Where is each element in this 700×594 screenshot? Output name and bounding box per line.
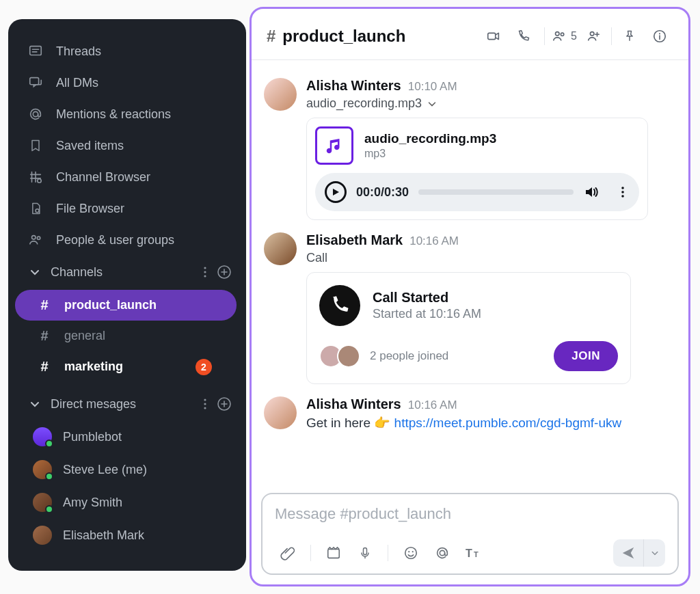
svg-point-17 — [561, 33, 563, 36]
music-file-icon — [315, 126, 353, 165]
dm-icon — [27, 75, 44, 91]
avatar — [337, 345, 360, 368]
chevron-down-icon — [27, 396, 42, 411]
nav-mentions[interactable]: Mentions & reactions — [15, 98, 246, 130]
send-button-group — [613, 539, 665, 567]
pin-button[interactable] — [616, 24, 643, 49]
svg-point-23 — [621, 195, 624, 198]
channel-name: general — [64, 329, 105, 343]
channels-header-label: Channels — [51, 265, 103, 280]
svg-point-3 — [38, 179, 42, 183]
threads-icon — [27, 43, 44, 59]
attach-button[interactable] — [275, 541, 301, 565]
emoji-button[interactable] — [398, 541, 424, 565]
nav-threads[interactable]: Threads — [15, 36, 246, 67]
nav-bookmark[interactable]: Saved items — [15, 130, 246, 161]
attachment-caption[interactable]: audio_recording.mp3 — [306, 96, 676, 111]
svg-point-20 — [659, 33, 660, 34]
avatar — [33, 460, 52, 479]
audio-attachment: audio_recording.mp3 mp3 00:0/0:30 — [306, 118, 648, 220]
svg-text:T: T — [474, 550, 479, 558]
svg-point-29 — [440, 550, 444, 555]
add-dm-button[interactable] — [215, 394, 234, 414]
nav-label: Threads — [56, 44, 101, 59]
channel-marketing[interactable]: #marketing2 — [15, 351, 237, 382]
message-input[interactable] — [275, 505, 665, 523]
channels-more-button[interactable] — [196, 262, 215, 282]
play-button[interactable] — [325, 181, 347, 203]
file-name: audio_recording.mp3 — [364, 131, 496, 146]
channel-product_launch[interactable]: #product_launch — [15, 290, 237, 321]
dm-name: Pumblebot — [63, 430, 122, 444]
channel-general[interactable]: #general — [15, 321, 237, 351]
svg-rect-1 — [30, 78, 39, 85]
dm-item[interactable]: Elisabeth Mark — [15, 519, 246, 552]
svg-point-27 — [408, 551, 409, 552]
nav-label: All DMs — [56, 76, 98, 90]
nav-file-browser[interactable]: File Browser — [15, 193, 246, 224]
dm-item[interactable]: Pumblebot — [15, 420, 246, 453]
avatar[interactable] — [264, 78, 297, 111]
author-name[interactable]: Alisha Winters — [306, 78, 401, 94]
message-list: Alisha Winters 10:10 AM audio_recording.… — [252, 60, 688, 487]
avatar — [33, 526, 52, 545]
svg-point-4 — [36, 209, 39, 213]
join-button[interactable]: JOIN — [554, 341, 618, 371]
nav-label: Channel Browser — [56, 170, 150, 185]
nav-label: File Browser — [56, 202, 124, 216]
author-name[interactable]: Elisabeth Mark — [306, 232, 403, 248]
call-title: Call Started — [373, 290, 481, 306]
svg-point-22 — [621, 191, 624, 193]
svg-point-13 — [204, 407, 206, 409]
svg-point-9 — [204, 275, 206, 277]
player-time: 00:0/0:30 — [356, 185, 409, 200]
dm-name: Amy Smith — [63, 496, 122, 510]
chevron-down-icon — [27, 265, 42, 280]
call-subtitle: Started at 10:16 AM — [373, 307, 481, 321]
avatar[interactable] — [264, 232, 297, 265]
dm-item[interactable]: Amy Smith — [15, 486, 246, 519]
sidebar: ThreadsAll DMsMentions & reactionsSaved … — [8, 19, 246, 571]
dm-item[interactable]: Steve Lee (me) — [15, 453, 246, 486]
mention-button[interactable] — [429, 541, 455, 565]
channels-header[interactable]: Channels — [15, 256, 246, 288]
video-call-button[interactable] — [480, 24, 507, 49]
volume-button[interactable] — [583, 184, 600, 200]
svg-point-8 — [204, 271, 206, 273]
svg-point-18 — [590, 32, 594, 36]
add-member-button[interactable] — [580, 24, 607, 49]
nav-dm[interactable]: All DMs — [15, 67, 246, 98]
player-more-button[interactable] — [616, 185, 630, 199]
nav-people[interactable]: People & user groups — [15, 224, 246, 256]
add-channel-button[interactable] — [215, 262, 234, 282]
message: Alisha Winters 10:16 AM Get in here 👉 ht… — [264, 396, 676, 431]
file-browser-icon — [27, 200, 44, 217]
message-text: Get in here 👉 https://meet.pumble.com/cg… — [306, 415, 676, 431]
audio-clip-button[interactable] — [352, 541, 378, 565]
video-clip-button[interactable] — [321, 541, 347, 565]
seek-bar[interactable] — [418, 189, 574, 195]
svg-point-2 — [33, 111, 38, 116]
joined-avatars — [319, 345, 360, 368]
chevron-down-icon — [427, 99, 437, 109]
channel-name: marketing — [64, 360, 123, 374]
channel-name: product_launch — [64, 298, 157, 312]
send-button[interactable] — [613, 539, 643, 567]
svg-point-12 — [204, 403, 206, 405]
dms-more-button[interactable] — [196, 394, 215, 414]
joined-label: 2 people joined — [370, 349, 448, 363]
nav-label: Mentions & reactions — [56, 107, 171, 122]
author-name[interactable]: Alisha Winters — [306, 396, 401, 412]
svg-rect-24 — [328, 550, 340, 558]
meeting-link[interactable]: https://meet.pumble.com/cgd-bgmf-ukw — [394, 416, 622, 430]
channel-pane: # product_launch 5 — [250, 7, 690, 586]
svg-point-21 — [621, 187, 624, 189]
avatar[interactable] — [264, 396, 297, 429]
audio-call-button[interactable] — [510, 24, 537, 49]
members-button[interactable]: 5 — [552, 29, 577, 44]
send-options-button[interactable] — [643, 539, 665, 567]
info-button[interactable] — [646, 24, 673, 49]
formatting-button[interactable]: TT — [461, 541, 487, 565]
dms-header[interactable]: Direct mesages — [15, 388, 246, 420]
nav-channel-browser[interactable]: Channel Browser — [15, 161, 246, 193]
